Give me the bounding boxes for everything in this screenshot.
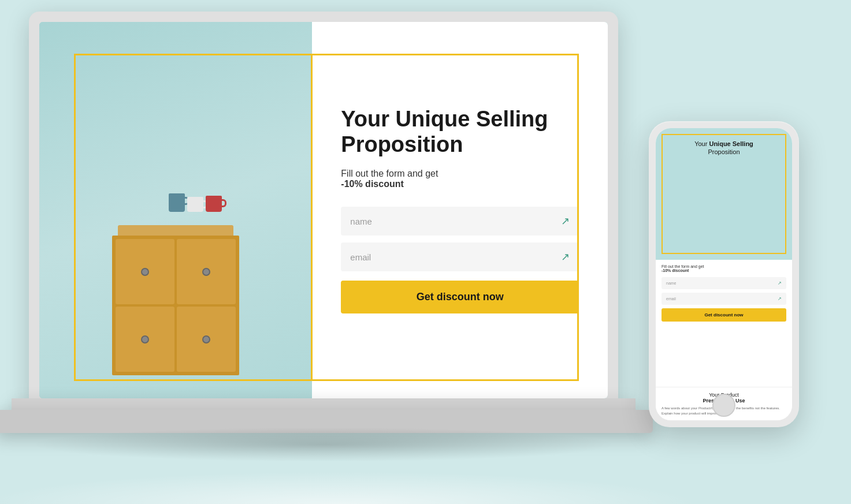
- phone-headline: Your Unique Selling Proposition: [667, 140, 781, 156]
- phone-screen: Your Unique Selling Proposition Fill out…: [656, 128, 792, 420]
- phone-email-placeholder: email: [666, 297, 676, 301]
- discount-text: -10% discount: [341, 179, 403, 189]
- laptop-name-field[interactable]: name ↗: [341, 207, 579, 236]
- phone-device: Your Unique Selling Proposition Fill out…: [649, 121, 799, 427]
- laptop-headline: Your Unique Selling Proposition: [341, 107, 579, 157]
- email-placeholder: email: [350, 252, 371, 262]
- phone-email-field[interactable]: email ↗: [662, 293, 786, 305]
- dresser-top: [118, 225, 233, 237]
- phone-cta-button[interactable]: Get discount now: [662, 308, 786, 322]
- mug-red: [206, 196, 222, 212]
- phone-subtext: Fill out the form and get -10% discount: [662, 264, 786, 272]
- drawer-knob: [202, 268, 210, 276]
- phone-bottom-section: Fill out the form and get -10% discount …: [656, 260, 792, 387]
- laptop-body: Your Unique Selling Proposition Fill out…: [29, 12, 618, 404]
- laptop-screen-right: Your Unique Selling Proposition Fill out…: [312, 22, 608, 398]
- laptop-screen: Your Unique Selling Proposition Fill out…: [39, 22, 608, 398]
- laptop-screen-left: [39, 22, 312, 398]
- drawer-knob: [202, 335, 210, 344]
- mug-white: [187, 197, 203, 212]
- phone-name-placeholder: name: [666, 281, 677, 285]
- name-field-icon: ↗: [561, 215, 570, 227]
- phone-name-field[interactable]: name ↗: [662, 277, 786, 289]
- scene: Your Unique Selling Proposition Fill out…: [0, 0, 851, 504]
- email-field-icon: ↗: [561, 251, 570, 263]
- bottom-cloud: [0, 435, 851, 504]
- phone-email-icon: ↗: [778, 296, 782, 301]
- mugs-group: [169, 193, 222, 212]
- name-placeholder: name: [350, 216, 372, 226]
- headline-text-normal: Your: [341, 107, 395, 131]
- phone-home-button[interactable]: [712, 394, 735, 417]
- drawer-bottom-right: [177, 307, 236, 372]
- phone-content: Your Unique Selling Proposition Fill out…: [656, 128, 792, 420]
- drawer-knob: [141, 268, 149, 276]
- dresser-body: [112, 236, 239, 375]
- dresser-illustration: [112, 225, 239, 375]
- drawer-bottom-left: [116, 307, 174, 372]
- laptop-device: Your Unique Selling Proposition Fill out…: [29, 12, 636, 462]
- laptop-subtext: Fill out the form and get -10% discount: [341, 169, 579, 189]
- headline-text-proposition: Proposition: [341, 132, 463, 156]
- phone-top-section: Your Unique Selling Proposition: [656, 128, 792, 260]
- laptop-email-field[interactable]: email ↗: [341, 242, 579, 271]
- phone-yellow-border: Your Unique Selling Proposition: [662, 134, 786, 254]
- phone-outer: Your Unique Selling Proposition Fill out…: [649, 121, 799, 427]
- headline-text-bold: Unique Selling: [396, 107, 548, 131]
- drawer-knob: [141, 335, 149, 344]
- drawer-top-left: [116, 239, 174, 304]
- laptop-cta-button[interactable]: Get discount now: [341, 281, 579, 313]
- phone-name-icon: ↗: [778, 281, 782, 286]
- drawer-top-right: [177, 239, 236, 304]
- mug-teal: [169, 193, 185, 212]
